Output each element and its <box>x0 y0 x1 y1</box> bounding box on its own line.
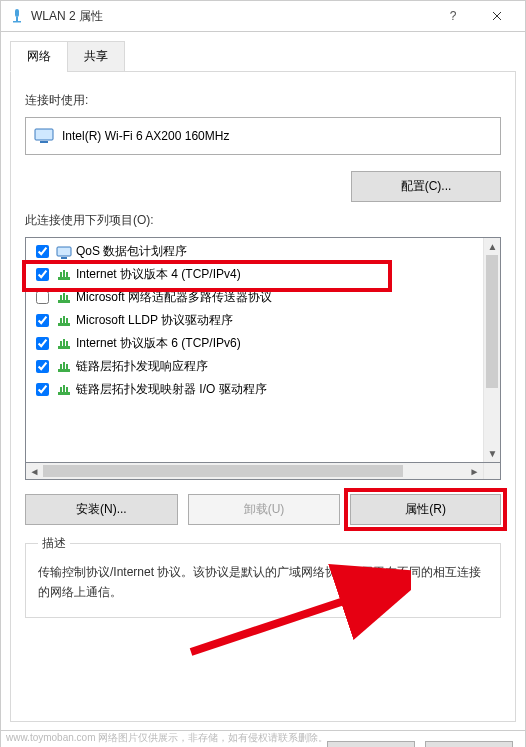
vertical-scrollbar[interactable]: ▲ ▼ <box>483 238 500 462</box>
titlebar: WLAN 2 属性 ? <box>0 0 526 32</box>
svg-rect-23 <box>58 369 70 372</box>
svg-rect-7 <box>58 277 70 280</box>
watermark-text: www.toymoban.com 网络图片仅供展示，非存储，如有侵权请联系删除。 <box>6 731 328 745</box>
scroll-right-button[interactable]: ► <box>466 463 483 480</box>
svg-rect-24 <box>60 364 62 369</box>
items-listbox[interactable]: QoS 数据包计划程序Internet 协议版本 4 (TCP/IPv4)Mic… <box>25 237 501 463</box>
item-label: Microsoft LLDP 协议驱动程序 <box>76 312 233 329</box>
svg-rect-19 <box>58 346 70 349</box>
scroll-up-button[interactable]: ▲ <box>484 238 501 255</box>
svg-rect-2 <box>13 21 21 23</box>
help-button[interactable]: ? <box>431 1 475 31</box>
item-checkbox[interactable] <box>36 291 49 304</box>
svg-rect-5 <box>57 247 71 256</box>
svg-rect-0 <box>15 9 19 17</box>
tab-panel-network: 连接时使用: Intel(R) Wi-Fi 6 AX200 160MHz 配置(… <box>10 71 516 722</box>
protocol-icon <box>56 267 72 283</box>
svg-rect-13 <box>66 295 68 300</box>
svg-rect-14 <box>63 293 65 300</box>
network-adapter-icon <box>9 8 25 24</box>
svg-rect-29 <box>66 387 68 392</box>
ok-button[interactable]: 确定 <box>327 741 415 747</box>
svg-rect-4 <box>40 141 48 143</box>
list-item[interactable]: Microsoft 网络适配器多路传送器协议 <box>26 286 483 309</box>
system-buttons: ? <box>431 1 519 31</box>
adapter-icon <box>34 128 54 144</box>
svg-rect-26 <box>63 362 65 369</box>
item-checkbox[interactable] <box>36 245 49 258</box>
item-checkbox[interactable] <box>36 383 49 396</box>
configure-button[interactable]: 配置(C)... <box>351 171 501 202</box>
svg-rect-16 <box>60 318 62 323</box>
uses-items-label: 此连接使用下列项目(O): <box>25 212 501 229</box>
item-checkbox[interactable] <box>36 360 49 373</box>
svg-rect-8 <box>60 272 62 277</box>
adapter-display: Intel(R) Wi-Fi 6 AX200 160MHz <box>25 117 501 155</box>
protocol-icon <box>56 336 72 352</box>
list-item[interactable]: Internet 协议版本 6 (TCP/IPv6) <box>26 332 483 355</box>
adapter-name: Intel(R) Wi-Fi 6 AX200 160MHz <box>62 129 229 143</box>
svg-rect-10 <box>63 270 65 277</box>
svg-rect-15 <box>58 323 70 326</box>
protocol-icon <box>56 244 72 260</box>
item-label: QoS 数据包计划程序 <box>76 243 187 260</box>
scroll-left-button[interactable]: ◄ <box>26 463 43 480</box>
install-button[interactable]: 安装(N)... <box>25 494 178 525</box>
item-label: 链路层拓扑发现映射器 I/O 驱动程序 <box>76 381 267 398</box>
svg-rect-3 <box>35 129 53 140</box>
scroll-thumb-h[interactable] <box>43 465 403 477</box>
item-label: Internet 协议版本 6 (TCP/IPv6) <box>76 335 241 352</box>
svg-rect-22 <box>63 339 65 346</box>
scroll-track-v[interactable] <box>484 255 500 445</box>
scroll-down-button[interactable]: ▼ <box>484 445 501 462</box>
protocol-icon <box>56 382 72 398</box>
connect-using-label: 连接时使用: <box>25 92 501 109</box>
protocol-icon <box>56 313 72 329</box>
item-checkbox[interactable] <box>36 268 49 281</box>
protocol-icon <box>56 290 72 306</box>
list-item[interactable]: QoS 数据包计划程序 <box>26 240 483 263</box>
item-label: Internet 协议版本 4 (TCP/IPv4) <box>76 266 241 283</box>
list-item[interactable]: 链路层拓扑发现响应程序 <box>26 355 483 378</box>
description-legend: 描述 <box>38 535 70 552</box>
protocol-icon <box>56 359 72 375</box>
svg-rect-21 <box>66 341 68 346</box>
properties-button[interactable]: 属性(R) <box>350 494 501 525</box>
scroll-thumb-v[interactable] <box>486 255 498 388</box>
list-item[interactable]: Internet 协议版本 4 (TCP/IPv4) <box>26 263 483 286</box>
description-text: 传输控制协议/Internet 协议。该协议是默认的广域网络协议，用于在不同的相… <box>38 562 488 603</box>
tabstrip: 网络 共享 <box>10 41 516 72</box>
svg-rect-12 <box>60 295 62 300</box>
cancel-button[interactable]: 取消 <box>425 741 513 747</box>
item-checkbox[interactable] <box>36 337 49 350</box>
list-item[interactable]: Microsoft LLDP 协议驱动程序 <box>26 309 483 332</box>
list-item[interactable]: 链路层拓扑发现映射器 I/O 驱动程序 <box>26 378 483 401</box>
item-checkbox[interactable] <box>36 314 49 327</box>
svg-rect-17 <box>66 318 68 323</box>
sheet-container: 网络 共享 连接时使用: Intel(R) Wi-Fi 6 AX200 160M… <box>0 32 526 731</box>
horizontal-scrollbar[interactable]: ◄ ► <box>25 463 501 480</box>
scroll-corner <box>483 463 500 479</box>
svg-rect-18 <box>63 316 65 323</box>
svg-rect-28 <box>60 387 62 392</box>
tab-sharing[interactable]: 共享 <box>67 41 125 72</box>
svg-rect-11 <box>58 300 70 303</box>
close-button[interactable] <box>475 1 519 31</box>
svg-rect-6 <box>61 257 67 259</box>
description-group: 描述 传输控制协议/Internet 协议。该协议是默认的广域网络协议，用于在不… <box>25 535 501 618</box>
item-label: 链路层拓扑发现响应程序 <box>76 358 208 375</box>
tab-network[interactable]: 网络 <box>10 41 68 72</box>
window-title: WLAN 2 属性 <box>31 8 431 25</box>
svg-rect-9 <box>66 272 68 277</box>
item-label: Microsoft 网络适配器多路传送器协议 <box>76 289 272 306</box>
scroll-track-h[interactable] <box>43 463 466 479</box>
svg-rect-20 <box>60 341 62 346</box>
svg-rect-27 <box>58 392 70 395</box>
svg-rect-1 <box>16 17 18 21</box>
uninstall-button: 卸载(U) <box>188 494 341 525</box>
svg-rect-25 <box>66 364 68 369</box>
svg-rect-30 <box>63 385 65 392</box>
